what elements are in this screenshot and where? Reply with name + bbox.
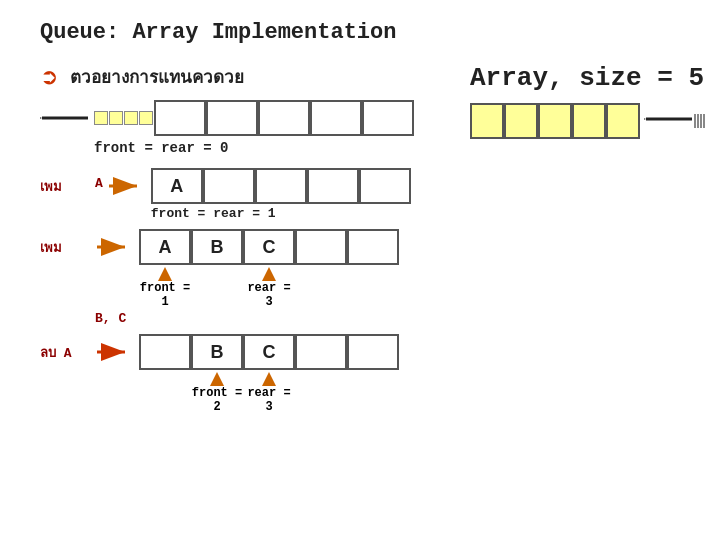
subtitle-row: ➲ ตวอยางการแทนควดวย [40,63,460,90]
op2-row: เพม A [40,229,460,309]
op1-letter: A [95,168,103,191]
op1-label-below: front = rear = 1 [151,206,411,221]
op2-section: เพม A [40,229,460,326]
sq1 [94,111,108,125]
right-cell-4 [606,103,640,139]
op3-array: B C [139,334,399,370]
op3-arrow [95,334,133,368]
op2-spacer [191,267,243,281]
right-cell-2 [538,103,572,139]
op1-cell-2 [255,168,307,204]
right-title: Array, size = 5 [470,63,680,93]
svg-marker-10 [210,372,224,386]
svg-marker-7 [262,267,276,281]
op3-pointers [139,372,399,386]
svg-marker-6 [158,267,172,281]
page: Queue: Array Implementation ➲ ตวอยางการแ… [0,0,720,540]
initial-array-container [40,100,460,136]
op3-rear-ptr [243,372,295,386]
op2-cell-1: B [191,229,243,265]
rear-up-arrow [262,267,276,281]
op3-front-up-arrow [210,372,224,386]
svg-marker-11 [262,372,276,386]
op3-rear-label: rear = 3 [243,386,295,414]
subtitle-text: ตวอยางการแทนควดวย [70,63,244,90]
op3-label: ลบ A [40,334,95,363]
op2-labels: front = 1 rear = 3 [139,281,399,309]
sq-r2 [697,114,699,128]
op3-cell-2: C [243,334,295,370]
op1-cell-1 [203,168,255,204]
op3-labels: front = 2 rear = 3 [139,386,399,414]
right-arrow [644,107,694,135]
op2-arrow [95,229,133,263]
op2-block: A B C [139,229,399,309]
right-cell-1 [504,103,538,139]
op3-gap [139,386,191,414]
op2-label: เพม [40,229,95,258]
op2-array: A B C [139,229,399,265]
right-array-boxes [470,103,640,139]
sq2 [109,111,123,125]
op3-spacer [139,372,191,386]
op1-cell-4 [359,168,411,204]
sq-r3 [700,114,702,128]
sq-r1 [694,114,696,128]
op3-row: ลบ A [40,334,460,414]
op1-status: front = rear = 1 [151,206,276,221]
op3-cell-3 [295,334,347,370]
sq-r4 [703,114,705,128]
right-cell-3 [572,103,606,139]
right-array-container [470,103,680,139]
op3-section: ลบ A [40,334,460,414]
page-title: Queue: Array Implementation [40,20,680,45]
op1-row: เพม A A [40,168,460,221]
op1-cell-3 [307,168,359,204]
op2-pointers [139,267,399,281]
op2-cell-2: C [243,229,295,265]
op2-sublabel: B, C [95,311,460,326]
cell-4 [362,100,414,136]
op1-cell-0: A [151,168,203,204]
left-section: ➲ ตวอยางการแทนควดวย [40,63,460,416]
op2-gap [191,281,243,309]
initial-array-boxes [154,100,414,136]
cell-1 [206,100,258,136]
right-section: Array, size = 5 [460,63,680,416]
op2-cell-4 [347,229,399,265]
cell-2 [258,100,310,136]
op1-block: A front = rear = 1 [151,168,411,221]
op3-front-ptr [191,372,243,386]
cell-3 [310,100,362,136]
sq4 [139,111,153,125]
op3-front-label: front = 2 [191,386,243,414]
op1-array: A [151,168,411,204]
cell-0 [154,100,206,136]
op1-arrow [107,168,145,202]
op1-label: เพม [40,168,95,197]
op2-rear-ptr [243,267,295,281]
sq3 [124,111,138,125]
op3-cell-4 [347,334,399,370]
right-cell-0 [470,103,504,139]
initial-left-arrow [40,106,90,130]
op2-cell-3 [295,229,347,265]
op3-cell-1: B [191,334,243,370]
spiral-icon: ➲ [40,64,58,90]
op3-block: B C [139,334,399,414]
op2-front-label: front = 1 [139,281,191,309]
op2-rear-label: rear = 3 [243,281,295,309]
op3-cell-0 [139,334,191,370]
op2-front-ptr [139,267,191,281]
initial-label: front = rear = 0 [94,140,460,156]
op2-cell-0: A [139,229,191,265]
front-up-arrow [158,267,172,281]
op3-rear-up-arrow [262,372,276,386]
